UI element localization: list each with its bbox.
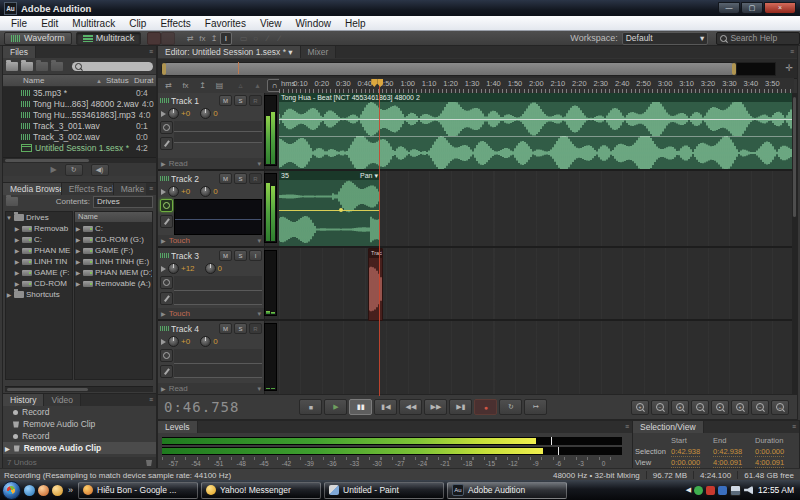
network-icon[interactable] [730, 485, 741, 496]
automation-mode[interactable]: Read [169, 159, 188, 168]
files-horizontal-scrollbar[interactable] [3, 157, 156, 163]
tray-app-icon-blue[interactable] [718, 486, 727, 495]
track-name[interactable]: Track 1 [171, 96, 217, 106]
marker-icon[interactable]: ↥ [195, 79, 210, 92]
overdub-icon[interactable] [161, 32, 175, 45]
track-name[interactable]: Track 3 [171, 251, 217, 261]
waveform-view-button[interactable]: Waveform [4, 32, 72, 45]
track-input-selector[interactable] [174, 121, 262, 132]
power-button[interactable] [160, 276, 173, 289]
record-button[interactable]: ● [474, 399, 497, 415]
collapsed-icon[interactable]: ▶ [14, 280, 20, 287]
selection-end-value[interactable]: 0:42.938 [713, 447, 755, 457]
multitrack-view-button[interactable]: Multitrack [76, 32, 142, 45]
drive-row[interactable]: ▶C: [75, 223, 152, 234]
edit-envelope-icon[interactable] [160, 292, 173, 305]
volume-knob[interactable] [168, 336, 179, 347]
tab-mixer[interactable]: Mixer [301, 46, 337, 58]
skip-selection-button[interactable]: ↦ [524, 399, 547, 415]
volume-knob[interactable] [168, 186, 179, 197]
files-search-input[interactable] [72, 62, 153, 71]
punch-record-icon[interactable] [147, 32, 161, 45]
tab-editor[interactable]: Editor: Untitled Session 1.sesx * ▾ [158, 46, 301, 58]
insert-into-multitrack-icon[interactable] [51, 62, 63, 71]
file-row[interactable]: Track_3_001.wav0:1 [3, 120, 156, 131]
collapsed-icon[interactable]: ▶ [14, 236, 20, 243]
solo-button[interactable]: S [234, 173, 247, 184]
collapse-icon[interactable]: ▶ [161, 237, 166, 244]
track-1-content[interactable]: Tong Hua - Beat [NCT 4553461863] 48000 2 [279, 93, 794, 169]
taskbar-button-paint[interactable]: Untitled - Paint [324, 482, 444, 499]
history-item[interactable]: Record [3, 406, 156, 418]
pan-knob[interactable] [200, 336, 211, 347]
menu-multitrack[interactable]: Multitrack [65, 18, 122, 29]
maximize-button[interactable]: ▢ [741, 2, 763, 14]
slip-tool-button[interactable]: ↥ [208, 32, 220, 45]
volume-knob[interactable] [168, 263, 179, 274]
close-button[interactable]: × [764, 2, 796, 14]
menu-edit[interactable]: Edit [34, 18, 65, 29]
chevron-down-icon[interactable]: ▾ [257, 385, 261, 393]
view-duration-value[interactable]: 4:00.091 [755, 458, 797, 468]
zoom-in-button[interactable]: + [631, 400, 649, 415]
zoom-out-button[interactable]: − [651, 400, 669, 415]
collapse-icon[interactable]: ▶ [161, 310, 166, 317]
panel-menu-icon[interactable]: ≡ [146, 394, 156, 406]
chevron-down-icon[interactable]: ▾ [257, 310, 261, 318]
internet-explorer-icon[interactable] [24, 485, 35, 496]
start-button[interactable] [2, 481, 21, 500]
solo-button[interactable]: S [234, 323, 247, 334]
import-file-icon[interactable] [21, 62, 33, 71]
tab-media-browser[interactable]: Media Browser [3, 183, 62, 195]
automation-mode[interactable]: Touch [169, 309, 190, 318]
collapsed-icon[interactable]: ▶ [14, 269, 20, 276]
loop-preview-button[interactable]: ↻ [65, 164, 83, 176]
move-to-next-button[interactable]: ▶▮ [449, 399, 472, 415]
tree-item[interactable]: ▶PHAN ME [6, 245, 72, 256]
record-arm-button[interactable]: R [249, 95, 262, 106]
volume-envelope-line[interactable] [279, 119, 794, 120]
zoom-out-horizontal-button[interactable]: − [691, 400, 709, 415]
pause-button[interactable]: ▮▮ [349, 399, 372, 415]
mute-button[interactable]: M [219, 250, 232, 261]
speaker-icon[interactable] [744, 486, 753, 495]
record-arm-button[interactable]: R [249, 173, 262, 184]
navigator-zoom-icon[interactable]: ✛ [785, 63, 793, 73]
play-button[interactable]: ▶ [324, 399, 347, 415]
collapse-icon[interactable]: ▶ [161, 160, 166, 167]
input-monitor-button[interactable]: I [249, 250, 262, 261]
menu-file[interactable]: File [4, 18, 34, 29]
stop-button[interactable]: ■ [299, 399, 322, 415]
collapsed-icon[interactable]: ▶ [14, 247, 20, 254]
edit-envelope-icon[interactable] [160, 365, 173, 378]
rewind-button[interactable]: ◀◀ [399, 399, 422, 415]
mute-button[interactable]: M [219, 323, 232, 334]
envelope-keyframe[interactable] [339, 208, 343, 212]
file-row[interactable]: Tong Hu...863] 48000 2.wav4:0 [3, 98, 156, 109]
edit-envelope-icon[interactable] [160, 215, 173, 228]
list-view-icon[interactable] [6, 197, 18, 206]
tracks-vertical-scrollbar[interactable] [792, 93, 797, 396]
automation-mode[interactable]: Read [169, 384, 188, 393]
power-button[interactable] [160, 121, 173, 134]
tray-app-icon-red[interactable] [706, 486, 715, 495]
track-output-selector[interactable] [174, 364, 262, 378]
volume-value[interactable]: +12 [181, 264, 195, 273]
timeline-ruler[interactable]: hms 0:100:200:300:400:501:001:101:201:30… [279, 78, 794, 94]
view-end-value[interactable]: 4:00.091 [713, 458, 755, 468]
track-3-content[interactable]: Track 3_ [279, 248, 794, 319]
tray-expand-icon[interactable]: ◀ [686, 486, 691, 494]
media-player-icon[interactable] [52, 485, 63, 496]
chevron-down-icon[interactable]: ▾ [257, 160, 261, 168]
expanded-icon[interactable]: ▼ [6, 215, 12, 221]
arm-all-icon[interactable]: ▵ [233, 79, 248, 92]
collapse-icon[interactable]: ▶ [161, 385, 166, 392]
panel-menu-icon[interactable]: ≡ [787, 46, 797, 58]
solo-all-icon[interactable]: ▴ [250, 79, 265, 92]
panel-menu-icon[interactable]: ≡ [789, 421, 799, 433]
auto-play-button[interactable]: ◀) [91, 164, 109, 176]
tab-markers[interactable]: Marke [114, 183, 146, 195]
menu-favorites[interactable]: Favorites [198, 18, 253, 29]
drive-row[interactable]: ▶GAME (F:) [75, 245, 152, 256]
taskbar-button-yahoo[interactable]: Yahoo! Messenger [201, 482, 321, 499]
